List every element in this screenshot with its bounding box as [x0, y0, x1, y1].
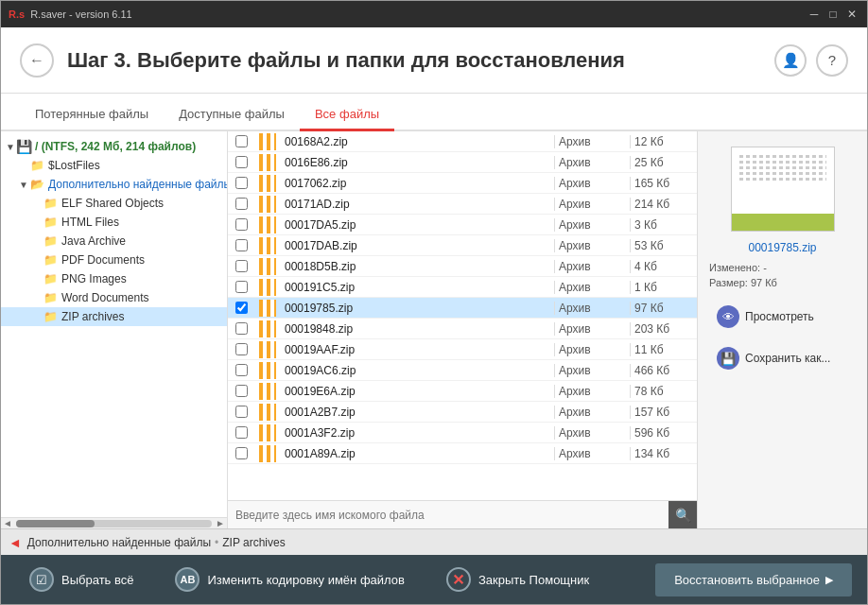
- file-checkbox[interactable]: [235, 239, 248, 251]
- minimize-button[interactable]: ─: [807, 7, 822, 22]
- tree-item-word[interactable]: 📁 Word Documents: [1, 288, 227, 307]
- sidebar: ▼ 💾 / (NTFS, 242 Мб, 214 файлов) 📁 $Lost…: [1, 131, 228, 528]
- close-button[interactable]: ✕: [844, 7, 859, 22]
- file-size: 11 Кб: [631, 343, 697, 356]
- file-checkbox[interactable]: [235, 385, 248, 397]
- scrollbar-thumb[interactable]: [16, 520, 95, 527]
- select-all-button[interactable]: ☑ Выбрать всё: [16, 562, 147, 597]
- svg-rect-57: [267, 320, 270, 337]
- file-checkbox[interactable]: [235, 364, 248, 376]
- svg-rect-11: [274, 154, 276, 171]
- table-row[interactable]: 000191C5.zipАрхив1 Кб: [228, 277, 697, 298]
- tree-item-java[interactable]: 📁 Java Archive: [1, 232, 227, 251]
- svg-rect-15: [267, 175, 270, 192]
- table-row[interactable]: 00019E6A.zipАрхив78 Кб: [228, 381, 697, 402]
- file-checkbox[interactable]: [235, 218, 248, 231]
- file-checkbox[interactable]: [235, 406, 248, 418]
- tree-item-extra[interactable]: ▼ 📂 Дополнительно найденные файлы: [1, 175, 227, 194]
- table-row[interactable]: 00017DAB.zipАрхив53 Кб: [228, 235, 697, 256]
- main-window: R.s R.saver - version 6.11 ─ □ ✕ ← Шаг 3…: [0, 0, 868, 605]
- file-type: Архив: [555, 364, 631, 377]
- maximize-button[interactable]: □: [825, 7, 841, 22]
- file-checkbox[interactable]: [235, 322, 248, 335]
- svg-rect-8: [263, 154, 267, 171]
- folder-open-icon: 📂: [29, 177, 44, 192]
- view-label: Просмотреть: [745, 310, 814, 323]
- tree-item-pdf[interactable]: 📁 PDF Documents: [1, 251, 227, 269]
- file-checkbox[interactable]: [235, 426, 248, 439]
- file-checkbox[interactable]: [235, 281, 248, 293]
- table-row[interactable]: 0017062.zipАрхив165 Кб: [228, 173, 697, 194]
- file-type: Архив: [555, 135, 631, 148]
- svg-rect-67: [259, 362, 263, 379]
- file-type: Архив: [555, 426, 631, 440]
- table-row[interactable]: 00018D5B.zipАрхив4 Кб: [228, 256, 697, 277]
- step-description: Выберите файлы и папки для восстановлени…: [137, 48, 625, 72]
- tree-item-html[interactable]: 📁 HTML Files: [1, 213, 227, 232]
- file-type-icon: [254, 196, 281, 213]
- help-icon: ?: [828, 52, 836, 68]
- file-checkbox[interactable]: [235, 177, 248, 189]
- file-checkbox[interactable]: [235, 447, 248, 459]
- tree-item-lostfiles[interactable]: 📁 $LostFiles: [1, 156, 227, 175]
- svg-rect-39: [267, 258, 270, 275]
- table-row[interactable]: 00019785.zipАрхив97 Кб: [228, 298, 697, 319]
- expand-icon: ▼: [5, 141, 16, 152]
- folder-icon: 📁: [43, 271, 58, 286]
- file-checkbox[interactable]: [235, 135, 248, 147]
- svg-rect-46: [270, 279, 274, 296]
- svg-rect-17: [274, 175, 276, 192]
- svg-rect-79: [259, 404, 263, 421]
- user-button[interactable]: 👤: [774, 44, 807, 77]
- table-row[interactable]: 00019AAF.zipАрхив11 Кб: [228, 339, 697, 360]
- file-size: 25 Кб: [631, 156, 697, 169]
- table-row[interactable]: 00171AD.zipАрхив214 Кб: [228, 194, 697, 215]
- file-tree: ▼ 💾 / (NTFS, 242 Мб, 214 файлов) 📁 $Lost…: [1, 131, 227, 517]
- file-checkbox[interactable]: [235, 198, 248, 210]
- table-row[interactable]: 0001A3F2.zipАрхив596 Кб: [228, 423, 697, 443]
- breadcrumb-arrow[interactable]: ◄: [9, 535, 22, 550]
- file-checkbox[interactable]: [235, 302, 248, 314]
- back-button[interactable]: ←: [20, 43, 54, 78]
- preview-save-button[interactable]: 💾 Сохранить как...: [709, 341, 856, 375]
- scroll-left-arrow[interactable]: ◄: [3, 518, 12, 528]
- tree-item-root[interactable]: ▼ 💾 / (NTFS, 242 Мб, 214 файлов): [1, 137, 227, 156]
- restore-button[interactable]: Восстановить выбранное ▶: [655, 563, 852, 596]
- tree-item-png[interactable]: 📁 PNG Images: [1, 269, 227, 288]
- help-button[interactable]: ?: [816, 44, 848, 77]
- encode-button[interactable]: AB Изменить кодировку имён файлов: [162, 562, 417, 597]
- table-row[interactable]: 0001A2B7.zipАрхив157 Кб: [228, 402, 697, 423]
- table-row[interactable]: 0001A89A.zipАрхив134 Кб: [228, 443, 697, 464]
- tab-all[interactable]: Все файлы: [300, 99, 394, 131]
- tree-label-root: / (NTFS, 242 Мб, 214 файлов): [35, 140, 196, 153]
- close-icon: ✕: [446, 567, 471, 592]
- file-size: 53 Кб: [631, 239, 697, 252]
- file-checkbox[interactable]: [235, 156, 248, 168]
- scroll-right-arrow[interactable]: ►: [216, 518, 225, 528]
- file-checkbox[interactable]: [235, 260, 248, 272]
- folder-icon: 📁: [29, 158, 44, 173]
- svg-rect-47: [274, 279, 276, 296]
- svg-rect-22: [270, 196, 274, 213]
- file-type: Архив: [555, 281, 631, 294]
- tree-label-pdf: PDF Documents: [61, 253, 145, 267]
- file-type: Архив: [555, 385, 631, 398]
- svg-rect-61: [259, 341, 263, 358]
- svg-rect-87: [267, 424, 270, 441]
- preview-view-button[interactable]: 👁 Просмотреть: [709, 300, 856, 334]
- tree-item-elf[interactable]: 📁 ELF Shared Objects: [1, 194, 227, 213]
- close-wizard-button[interactable]: ✕ Закрыть Помощник: [433, 562, 602, 597]
- tab-lost[interactable]: Потерянные файлы: [20, 99, 164, 131]
- tab-available[interactable]: Доступные файлы: [164, 99, 300, 131]
- table-row[interactable]: 00168A2.zipАрхив12 Кб: [228, 131, 697, 152]
- search-input[interactable]: [228, 509, 668, 522]
- table-row[interactable]: 00019AC6.zipАрхив466 Кб: [228, 360, 697, 381]
- table-row[interactable]: 0016E86.zipАрхив25 Кб: [228, 152, 697, 173]
- table-row[interactable]: 00019848.zipАрхив203 Кб: [228, 319, 697, 339]
- file-checkbox[interactable]: [235, 343, 248, 355]
- file-size: 596 Кб: [631, 426, 697, 440]
- file-name: 00017DAB.zip: [281, 239, 555, 252]
- tree-item-zip[interactable]: 📁 ZIP archives: [1, 307, 227, 326]
- search-button[interactable]: 🔍: [668, 501, 697, 529]
- table-row[interactable]: 00017DA5.zipАрхив3 Кб: [228, 215, 697, 235]
